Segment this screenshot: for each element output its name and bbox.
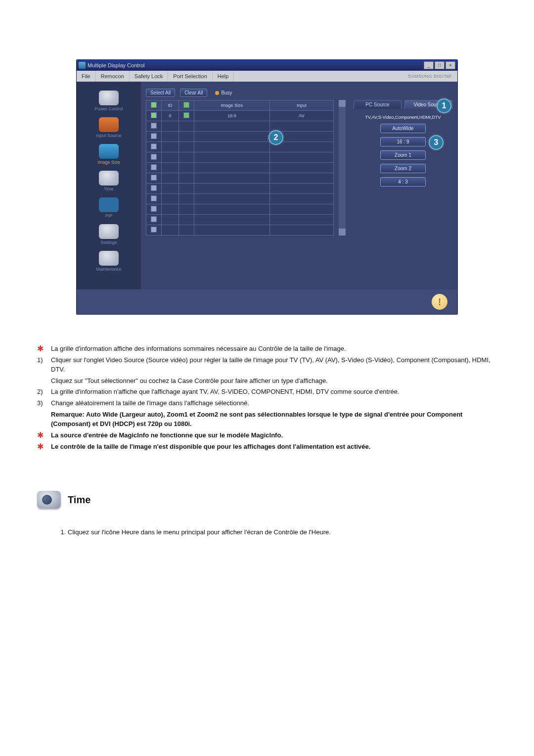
size-zoom1-button[interactable]: Zoom 1 (380, 150, 426, 160)
busy-indicator: Busy (215, 90, 232, 95)
display-grid: ID Image Size Input 0 16:9 AV (146, 100, 334, 236)
window-title: Multiple Display Control (88, 62, 145, 68)
clear-all-button[interactable]: Clear All (180, 89, 207, 97)
sidebar-item-label: Power Control (94, 106, 123, 111)
header-checkbox-icon[interactable] (151, 102, 157, 108)
menu-port-selection[interactable]: Port Selection (168, 71, 212, 82)
scroll-down-button[interactable] (339, 229, 346, 236)
right-panel: PC Source Video Source TV,AV,S-Video,Com… (351, 100, 452, 236)
status-bar: ! (77, 289, 457, 314)
callout-3-icon: 3 (429, 135, 444, 150)
table-row[interactable] (146, 163, 334, 173)
table-row[interactable] (146, 225, 334, 236)
maintenance-icon (99, 251, 119, 266)
menu-file[interactable]: File (77, 71, 96, 82)
table-row[interactable] (146, 152, 334, 163)
scroll-up-button[interactable] (339, 100, 346, 107)
maximize-button[interactable]: □ (435, 61, 445, 69)
menu-remocon[interactable]: Remocon (96, 71, 130, 82)
row-checkbox-icon[interactable] (151, 175, 157, 181)
title-bar: Multiple Display Control _ □ × (77, 60, 457, 71)
minimize-button[interactable]: _ (424, 61, 434, 69)
sidebar-item-label: Maintenance (96, 267, 122, 272)
table-row[interactable] (146, 142, 334, 152)
time-step-1: Cliquez sur l'icône Heure dans le menu p… (68, 528, 497, 536)
time-heading: Time (37, 491, 497, 509)
row-checkbox-icon[interactable] (151, 185, 157, 191)
num-1: 1) (37, 356, 51, 365)
time-heading-icon (37, 491, 61, 509)
sidebar-item-power-control[interactable]: Power Control (77, 91, 141, 111)
busy-label: Busy (221, 90, 232, 95)
sidebar-item-input-source[interactable]: Input Source (77, 117, 141, 138)
star-icon: ✱ (37, 344, 51, 353)
note-text: La grille d'information n'affiche que l'… (51, 387, 400, 397)
sidebar-item-label: Image Size (97, 160, 120, 165)
table-row[interactable] (146, 132, 334, 142)
star-icon: ✱ (37, 431, 51, 440)
sidebar-item-pip[interactable]: PIP (77, 197, 141, 218)
modes-title: TV,AV,S-Video,Component,HDMI,DTV (354, 115, 452, 120)
sidebar-item-time[interactable]: Time (77, 171, 141, 191)
select-all-button[interactable]: Select All (146, 89, 175, 97)
row-checkbox-icon[interactable] (151, 164, 157, 170)
sidebar-item-label: PIP (105, 213, 113, 218)
time-heading-label: Time (68, 494, 90, 506)
callout-2-icon: 2 (268, 130, 283, 145)
note-remark: Remarque: Auto Wide (Largeur auto), Zoom… (51, 410, 497, 429)
row-checkbox-icon[interactable] (151, 206, 157, 212)
col-image-size: Image Size (194, 100, 270, 111)
table-row[interactable]: 0 16:9 AV (146, 111, 334, 121)
image-size-icon (99, 144, 119, 159)
sidebar-item-settings[interactable]: Settings (77, 224, 141, 245)
close-button[interactable]: × (445, 61, 455, 69)
callout-1-icon: 1 (437, 98, 451, 113)
busy-dot-icon (215, 91, 219, 95)
size-autowide-button[interactable]: AutoWide (380, 124, 426, 133)
settings-icon (99, 224, 119, 239)
row-checkbox-icon[interactable] (151, 216, 157, 222)
col-id: ID (162, 100, 179, 111)
row-checkbox-icon[interactable] (151, 227, 157, 233)
time-icon (99, 171, 119, 186)
app-icon (79, 62, 86, 69)
cell-id: 0 (162, 111, 179, 121)
menu-help[interactable]: Help (213, 71, 234, 82)
time-steps: Cliquez sur l'icône Heure dans le menu p… (48, 528, 497, 536)
size-zoom2-button[interactable]: Zoom 2 (380, 164, 426, 173)
table-row[interactable] (146, 204, 334, 215)
grid-scrollbar[interactable] (339, 100, 346, 236)
size-16-9-button[interactable]: 16 : 9 (380, 137, 426, 146)
row-status-icon (183, 112, 189, 118)
brand-label: SAMSUNG DIGITall (408, 74, 457, 79)
row-checkbox-icon[interactable] (151, 154, 157, 160)
table-row[interactable] (146, 184, 334, 194)
sidebar-item-image-size[interactable]: Image Size (77, 144, 141, 165)
row-checkbox-icon[interactable] (151, 143, 157, 149)
alert-icon: ! (432, 294, 447, 310)
tab-pc-source[interactable]: PC Source (354, 100, 401, 109)
row-checkbox-icon[interactable] (151, 195, 157, 201)
menu-bar: File Remocon Safety Lock Port Selection … (77, 71, 457, 82)
table-row[interactable] (146, 194, 334, 204)
table-row[interactable] (146, 173, 334, 184)
sidebar: Power Control Input Source Image Size Ti… (77, 82, 141, 289)
row-checkbox-icon[interactable] (151, 123, 157, 129)
grid-header-row: ID Image Size Input (146, 100, 334, 111)
col-input: Input (270, 100, 334, 111)
sidebar-item-maintenance[interactable]: Maintenance (77, 251, 141, 272)
menu-safety-lock[interactable]: Safety Lock (130, 71, 168, 82)
cell-input: AV (270, 111, 334, 121)
table-row[interactable] (146, 121, 334, 132)
row-checkbox-icon[interactable] (151, 133, 157, 139)
row-checkbox-icon[interactable] (151, 112, 157, 118)
pip-icon (99, 197, 119, 212)
size-4-3-button[interactable]: 4 : 3 (380, 177, 426, 187)
star-icon: ✱ (37, 442, 51, 451)
note-text: Cliquez sur "Tout sélectionner" ou coche… (51, 377, 497, 386)
sidebar-item-label: Time (104, 187, 114, 191)
table-row[interactable] (146, 215, 334, 225)
header-status-icon (183, 102, 189, 108)
note-text: Change aléatoirement la taille de l'imag… (51, 399, 249, 408)
input-source-icon (99, 117, 119, 132)
